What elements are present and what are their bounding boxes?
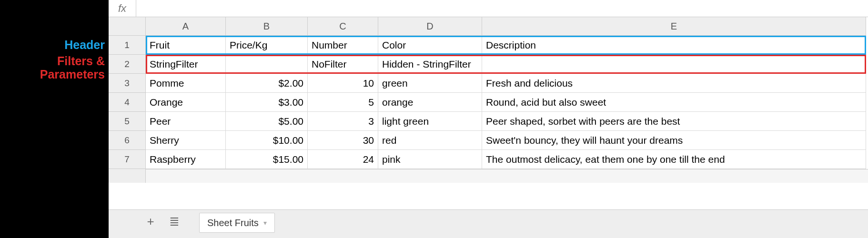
grid-empty-area	[109, 169, 868, 183]
table-row: FruitPrice/KgNumberColorDescription	[146, 36, 866, 55]
cell[interactable]: Description	[482, 36, 866, 55]
cell[interactable]: 5	[308, 93, 378, 112]
table-row: Peer$5.003light greenPeer shaped, sorbet…	[146, 112, 866, 131]
column-header-d[interactable]: D	[378, 17, 482, 36]
annotation-filters: Filters & Parameters	[0, 55, 105, 81]
row-header-6[interactable]: 6	[109, 131, 146, 150]
cell[interactable]: Fresh and delicious	[482, 74, 866, 93]
cell[interactable]: Pomme	[146, 74, 226, 93]
cell[interactable]: Orange	[146, 93, 226, 112]
table-row: Sherry$10.0030redSweet'n bouncy, they wi…	[146, 131, 866, 150]
table-row: Raspberry$15.0024pinkThe outmost delicac…	[146, 150, 866, 169]
column-header-a[interactable]: A	[146, 17, 226, 36]
spreadsheet-grid[interactable]: ABCDE 1234567 FruitPrice/KgNumberColorDe…	[109, 17, 868, 183]
cell[interactable]: Peer shaped, sorbet with peers are the b…	[482, 112, 866, 131]
sheet-tab-bar: + ≣ Sheet Fruits ▾	[109, 209, 868, 238]
cell[interactable]: StringFilter	[146, 55, 226, 74]
row-header-2[interactable]: 2	[109, 55, 146, 74]
cell[interactable]: Number	[308, 36, 378, 55]
cell[interactable]: Price/Kg	[226, 36, 308, 55]
cell[interactable]	[226, 55, 308, 74]
cell[interactable]: Sweet'n bouncy, they will haunt your dre…	[482, 131, 866, 150]
cell[interactable]: Round, acid but also sweet	[482, 93, 866, 112]
formula-bar: fx	[109, 0, 868, 17]
column-header-c[interactable]: C	[308, 17, 378, 36]
fx-icon: fx	[109, 0, 136, 17]
cell[interactable]: red	[378, 131, 482, 150]
cell[interactable]: Hidden - StringFilter	[378, 55, 482, 74]
table-row: Pomme$2.0010greenFresh and delicious	[146, 74, 866, 93]
chevron-down-icon[interactable]: ▾	[263, 219, 267, 227]
cell[interactable]: pink	[378, 150, 482, 169]
cell[interactable]: NoFilter	[308, 55, 378, 74]
row-header-7[interactable]: 7	[109, 150, 146, 169]
cell[interactable]: Color	[378, 36, 482, 55]
table-row: StringFilterNoFilterHidden - StringFilte…	[146, 55, 866, 74]
add-sheet-button[interactable]: +	[142, 213, 159, 230]
sheet-tab[interactable]: Sheet Fruits ▾	[199, 213, 275, 233]
row-header-1[interactable]: 1	[109, 36, 146, 55]
cell[interactable]: 24	[308, 150, 378, 169]
cell[interactable]: orange	[378, 93, 482, 112]
cell[interactable]: 10	[308, 74, 378, 93]
cell[interactable]: Fruit	[146, 36, 226, 55]
select-all-box[interactable]	[109, 17, 146, 36]
row-header-3[interactable]: 3	[109, 74, 146, 93]
cell[interactable]: Raspberry	[146, 150, 226, 169]
cell[interactable]: $2.00	[226, 74, 308, 93]
table-row: Orange$3.005orangeRound, acid but also s…	[146, 93, 866, 112]
column-header-e[interactable]: E	[482, 17, 866, 36]
all-sheets-button[interactable]: ≣	[166, 213, 183, 230]
grid-empty-row-head	[109, 169, 146, 183]
column-header-b[interactable]: B	[226, 17, 308, 36]
cell[interactable]: $3.00	[226, 93, 308, 112]
cell[interactable]	[482, 55, 866, 74]
cell[interactable]: The outmost delicacy, eat them one by on…	[482, 150, 866, 169]
sheet-tab-label: Sheet Fruits	[207, 218, 259, 228]
cell[interactable]: $5.00	[226, 112, 308, 131]
cell[interactable]: green	[378, 74, 482, 93]
cell[interactable]: 3	[308, 112, 378, 131]
row-header-4[interactable]: 4	[109, 93, 146, 112]
formula-input[interactable]	[136, 0, 868, 17]
cell[interactable]: 30	[308, 131, 378, 150]
annotation-header: Header	[0, 38, 105, 52]
cell[interactable]: Sherry	[146, 131, 226, 150]
row-header-5[interactable]: 5	[109, 112, 146, 131]
cell[interactable]: light green	[378, 112, 482, 131]
cell[interactable]: Peer	[146, 112, 226, 131]
cell[interactable]: $15.00	[226, 150, 308, 169]
cell[interactable]: $10.00	[226, 131, 308, 150]
